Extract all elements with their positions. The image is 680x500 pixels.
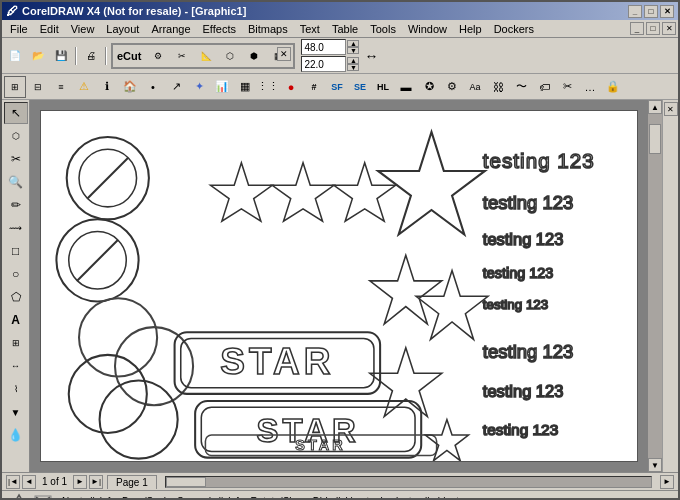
ecut-btn3[interactable]: 📐	[195, 46, 217, 66]
svg-text:testing 123: testing 123	[483, 192, 573, 213]
tb-lock-btn[interactable]: 🔒	[602, 76, 624, 98]
tb-tag-btn[interactable]: 🏷	[533, 76, 555, 98]
ecut-btn2[interactable]: ✂	[171, 46, 193, 66]
width-input[interactable]: 48.0	[301, 39, 346, 55]
select-tool[interactable]: ↖	[4, 102, 28, 124]
tb-sf1-btn[interactable]: SF	[326, 76, 348, 98]
hscroll-thumb[interactable]	[166, 477, 206, 487]
width-up-btn[interactable]: ▲	[347, 40, 359, 47]
tb-grid-btn[interactable]: ⊟	[27, 76, 49, 98]
ecut-btn1[interactable]: ⚙	[147, 46, 169, 66]
menu-file[interactable]: File	[4, 22, 34, 36]
shape-tool[interactable]: ⬡	[4, 125, 28, 147]
menu-window[interactable]: Window	[402, 22, 453, 36]
menu-help[interactable]: Help	[453, 22, 488, 36]
first-page-button[interactable]: |◄	[6, 475, 20, 489]
inner-minimize[interactable]: _	[630, 22, 644, 35]
zoom-tool[interactable]: 🔍	[4, 171, 28, 193]
tb-info-btn[interactable]: ℹ	[96, 76, 118, 98]
open-button[interactable]: 📂	[27, 46, 49, 66]
menu-text[interactable]: Text	[294, 22, 326, 36]
inner-restore[interactable]: □	[646, 22, 660, 35]
maximize-button[interactable]: □	[644, 5, 658, 18]
menu-bitmaps[interactable]: Bitmaps	[242, 22, 294, 36]
tb-house-btn[interactable]: 🏠	[119, 76, 141, 98]
menu-arrange[interactable]: Arrange	[145, 22, 196, 36]
dim-tool[interactable]: ↔	[4, 355, 28, 377]
fill-tool[interactable]: ▼	[4, 401, 28, 423]
height-input[interactable]: 22.0	[301, 56, 346, 72]
menu-layout[interactable]: Layout	[100, 22, 145, 36]
page-tab[interactable]: Page 1	[107, 475, 157, 489]
scroll-down-button[interactable]: ▼	[648, 458, 662, 472]
tb-hash-btn[interactable]: #	[303, 76, 325, 98]
minimize-button[interactable]: _	[628, 5, 642, 18]
height-up-btn[interactable]: ▲	[347, 57, 359, 64]
tb-dot-btn[interactable]: •	[142, 76, 164, 98]
tb-snap-btn[interactable]: ⊞	[4, 76, 26, 98]
last-page-button[interactable]: ►|	[89, 475, 103, 489]
svg-text:STAR: STAR	[220, 341, 334, 382]
horizontal-scrollbar[interactable]	[165, 476, 652, 488]
freehand-tool[interactable]: ✏	[4, 194, 28, 216]
tb-chart-btn[interactable]: 📊	[211, 76, 233, 98]
prev-page-button[interactable]: ◄	[22, 475, 36, 489]
hscroll-right-button[interactable]: ►	[660, 475, 674, 489]
save-button[interactable]: 💾	[50, 46, 72, 66]
rect-tool[interactable]: □	[4, 240, 28, 262]
ecut-title: eCut	[117, 50, 141, 62]
tb-bar-btn[interactable]: ▦	[234, 76, 256, 98]
tb-star2-btn[interactable]: ✪	[418, 76, 440, 98]
tb-sf2-btn[interactable]: SE	[349, 76, 371, 98]
tb-circle-btn[interactable]: ●	[280, 76, 302, 98]
ecut-toolbar: eCut ⚙ ✂ 📐 ⬡ ⬢ ▦ ✕	[111, 43, 295, 69]
svg-point-8	[69, 355, 147, 433]
width-down-btn[interactable]: ▼	[347, 47, 359, 54]
transform-x	[32, 493, 54, 501]
polygon-tool[interactable]: ⬠	[4, 286, 28, 308]
menu-tools[interactable]: Tools	[364, 22, 402, 36]
menu-table[interactable]: Table	[326, 22, 364, 36]
tb-arrow-btn[interactable]: ↗	[165, 76, 187, 98]
inner-close[interactable]: ✕	[662, 22, 676, 35]
scroll-track[interactable]	[648, 114, 662, 458]
menu-effects[interactable]: Effects	[197, 22, 242, 36]
height-down-btn[interactable]: ▼	[347, 64, 359, 71]
tb-align-btn[interactable]: ≡	[50, 76, 72, 98]
right-edge: ✕	[662, 100, 678, 472]
sep2	[105, 47, 107, 65]
tb-gear-btn[interactable]: ⚙	[441, 76, 463, 98]
ecut-close-button[interactable]: ✕	[277, 47, 291, 61]
tb-cut2-btn[interactable]: ✂	[556, 76, 578, 98]
crop-tool[interactable]: ✂	[4, 148, 28, 170]
tb-wave-btn[interactable]: 〜	[510, 76, 532, 98]
tb-more-btn[interactable]: …	[579, 76, 601, 98]
connector-tool[interactable]: ⌇	[4, 378, 28, 400]
tb-rect-btn[interactable]: ▬	[395, 76, 417, 98]
edge-x-button[interactable]: ✕	[664, 102, 678, 116]
smart-tool[interactable]: ⟿	[4, 217, 28, 239]
next-page-button[interactable]: ►	[73, 475, 87, 489]
new-button[interactable]: 📄	[4, 46, 26, 66]
text-tool[interactable]: A	[4, 309, 28, 331]
eyedrop-tool[interactable]: 💧	[4, 424, 28, 446]
menu-dockers[interactable]: Dockers	[488, 22, 540, 36]
menu-edit[interactable]: Edit	[34, 22, 65, 36]
scroll-up-button[interactable]: ▲	[648, 100, 662, 114]
tb-warn-btn[interactable]: ⚠	[73, 76, 95, 98]
tb-dots-btn[interactable]: ⋮⋮	[257, 76, 279, 98]
tb-chain-btn[interactable]: ⛓	[487, 76, 509, 98]
ecut-btn4[interactable]: ⬡	[219, 46, 241, 66]
tb-star-btn[interactable]: ✦	[188, 76, 210, 98]
transform-icons	[8, 493, 54, 501]
tb-font-btn[interactable]: Aa	[464, 76, 486, 98]
menu-view[interactable]: View	[65, 22, 101, 36]
ellipse-tool[interactable]: ○	[4, 263, 28, 285]
tb-hl-btn[interactable]: HL	[372, 76, 394, 98]
scroll-thumb[interactable]	[649, 124, 661, 154]
ecut-btn5[interactable]: ⬢	[243, 46, 265, 66]
print-button[interactable]: 🖨	[80, 46, 102, 66]
table-tool[interactable]: ⊞	[4, 332, 28, 354]
title-bar: 🖊 CorelDRAW X4 (Not for resale) - [Graph…	[2, 2, 678, 20]
close-button[interactable]: ✕	[660, 5, 674, 18]
